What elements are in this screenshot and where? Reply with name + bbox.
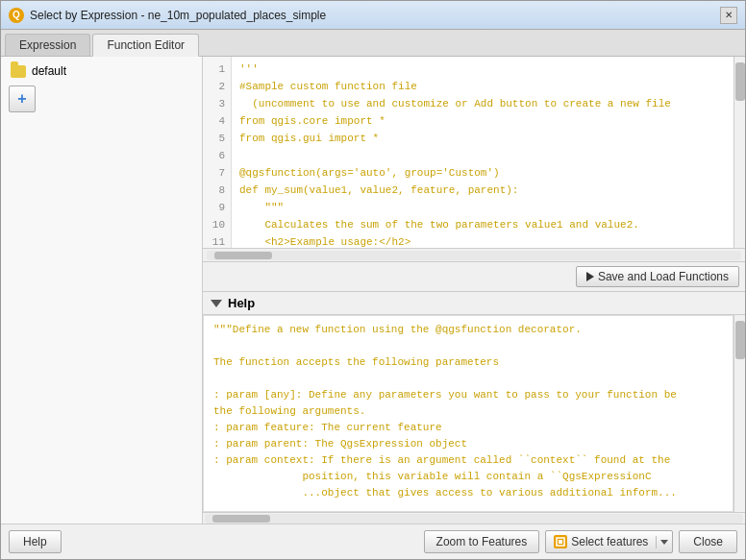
code-hscrollbar-track (207, 251, 741, 260)
line-numbers: 1 2 3 4 5 6 7 8 9 10 11 12 (203, 57, 232, 248)
window-close-button[interactable]: ✕ (720, 7, 737, 24)
save-load-button[interactable]: Save and Load Functions (576, 266, 739, 287)
help-button[interactable]: Help (9, 530, 62, 553)
main-panel: 1 2 3 4 5 6 7 8 9 10 11 12 ''' #Sample c… (203, 57, 745, 523)
sidebar-item-default[interactable]: default (5, 61, 198, 82)
add-button[interactable]: + (9, 85, 36, 112)
code-text[interactable]: ''' #Sample custom function file (uncomm… (232, 57, 734, 248)
code-vscrollbar-thumb[interactable] (735, 62, 745, 101)
help-vscrollbar[interactable] (734, 315, 745, 512)
code-hscrollbar-thumb[interactable] (214, 252, 272, 259)
code-vscrollbar[interactable] (734, 57, 745, 248)
tab-expression[interactable]: Expression (5, 34, 90, 56)
select-features-main[interactable]: Select features (546, 531, 656, 552)
app-icon: Q (9, 8, 24, 23)
save-load-label: Save and Load Functions (598, 270, 729, 283)
help-hscrollbar-track (205, 514, 743, 523)
tab-function-editor[interactable]: Function Editor (92, 34, 199, 57)
sidebar-item-label: default (32, 64, 66, 78)
svg-rect-1 (559, 540, 562, 544)
sidebar-bottom: + (5, 82, 198, 120)
help-section: Help """Define a new function using the … (203, 292, 745, 523)
folder-icon (11, 65, 26, 78)
main-window: Q Select by Expression - ne_10m_populate… (0, 0, 746, 560)
zoom-to-features-button[interactable]: Zoom to Features (424, 530, 540, 553)
content-area: default + 1 2 3 4 5 6 7 8 9 10 (1, 57, 745, 523)
sidebar: default + (1, 57, 203, 523)
window-title: Select by Expression - ne_10m_populated_… (30, 9, 714, 22)
dropdown-arrow-icon (660, 540, 668, 545)
title-bar: Q Select by Expression - ne_10m_populate… (1, 1, 745, 30)
select-icon (554, 535, 567, 548)
help-vscrollbar-thumb[interactable] (735, 321, 745, 359)
close-button[interactable]: Close (679, 530, 737, 553)
play-icon (586, 272, 594, 281)
select-features-dropdown[interactable] (656, 536, 672, 548)
help-body: """Define a new function using the @qgsf… (203, 315, 745, 512)
code-editor: 1 2 3 4 5 6 7 8 9 10 11 12 ''' #Sample c… (203, 57, 745, 249)
help-hscrollbar-thumb[interactable] (212, 515, 270, 523)
help-text[interactable]: """Define a new function using the @qgsf… (203, 315, 734, 512)
collapse-icon[interactable] (211, 300, 222, 307)
help-title: Help (228, 296, 255, 310)
code-hscrollbar[interactable] (203, 249, 745, 262)
toolbar-row: Save and Load Functions (203, 262, 745, 292)
help-header: Help (203, 292, 745, 315)
select-features-button[interactable]: Select features (545, 530, 673, 553)
tab-bar: Expression Function Editor (1, 30, 745, 57)
bottom-bar: Help Zoom to Features Select features Cl… (1, 523, 745, 559)
help-hscrollbar[interactable] (203, 512, 745, 523)
